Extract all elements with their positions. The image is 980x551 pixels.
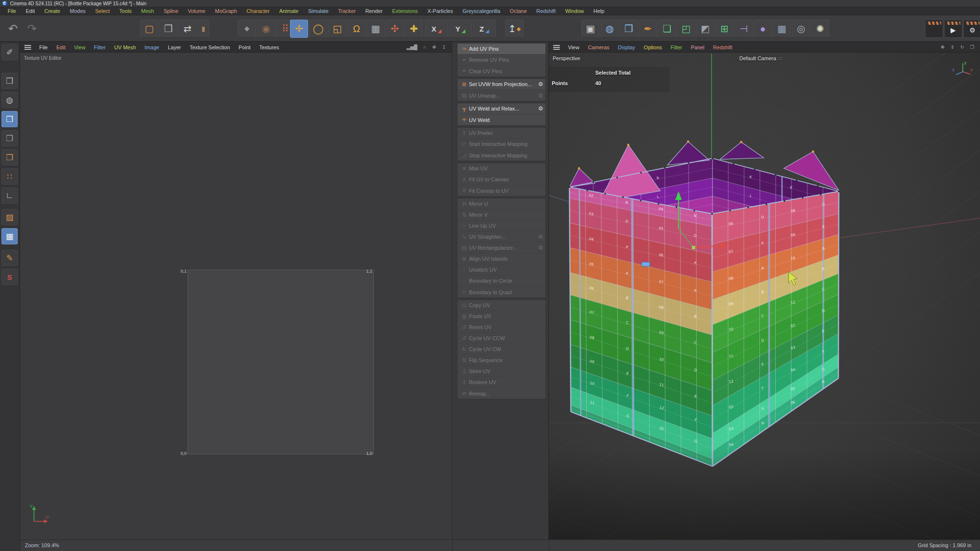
hamburger-icon[interactable] (553, 45, 560, 50)
rectangle-selection-button[interactable]: ▢ (140, 20, 158, 38)
move-tool-button[interactable]: ✛ (290, 20, 308, 38)
menu-filter[interactable]: Filter (666, 44, 686, 50)
make-editable-button[interactable]: ❒ (1, 73, 18, 89)
menu-texture-selection[interactable]: Texture Selection (185, 44, 234, 50)
deformer-icon[interactable]: ◩ (696, 20, 714, 38)
rotate-view-icon[interactable]: ↻ (960, 44, 964, 50)
animation-mode-button[interactable]: ❒ (1, 149, 18, 165)
menu-create[interactable]: Create (40, 7, 65, 15)
texture-mode-button[interactable]: ▨ (1, 209, 18, 225)
menu-point[interactable]: Point (234, 44, 255, 50)
workplane-mode-button[interactable]: ∟ (1, 187, 18, 204)
menu-octane[interactable]: Octane (505, 7, 531, 15)
hamburger-icon[interactable] (24, 45, 31, 50)
menu-mesh[interactable]: Mesh (136, 7, 159, 15)
live-selection-button[interactable]: ❒ (159, 20, 178, 38)
menu-mograph[interactable]: MoGraph (210, 7, 242, 15)
menu-textures[interactable]: Textures (255, 44, 284, 50)
zoom-view-icon[interactable]: ⇕ (950, 44, 954, 50)
axis-lock-y[interactable]: Y◢ (449, 20, 472, 38)
histogram-icon[interactable]: ▂▅█ (407, 44, 417, 50)
menu-image[interactable]: Image (140, 44, 164, 50)
pan-view-icon[interactable]: ✥ (941, 44, 945, 50)
uv-polygon-mode-button[interactable]: ▦ (1, 228, 18, 244)
command-uv-weld[interactable]: ✛UV Weld (457, 114, 546, 125)
menu-tracker[interactable]: Tracker (334, 7, 361, 15)
object-mode-button[interactable]: ❒ (1, 130, 18, 146)
dock-icon[interactable]: ↧ (442, 44, 446, 50)
maximize-view-icon[interactable]: ❐ (970, 44, 974, 50)
menu-help[interactable]: Help (589, 7, 609, 15)
menu-filter[interactable]: Filter (89, 44, 110, 50)
menu-display[interactable]: Display (613, 44, 639, 50)
menu-uv-mesh[interactable]: UV Mesh (110, 44, 140, 50)
uv-canvas[interactable]: 0,1 1,1 0,0 1,0 (188, 270, 374, 454)
primitive-cube-icon[interactable]: ❒ (620, 20, 638, 38)
point-mode-button[interactable]: ∷ (1, 168, 18, 185)
menu-edit[interactable]: Edit (21, 7, 40, 15)
axis-lock-z[interactable]: Z◢ (473, 20, 496, 38)
stage-object-icon[interactable]: ◍ (601, 20, 619, 38)
spline-pen-icon[interactable]: ✒ (639, 20, 657, 38)
menu-modes[interactable]: Modes (65, 7, 90, 15)
edit-render-settings-button[interactable]: ⚙ (963, 20, 980, 38)
redo-button[interactable]: ↷ (23, 20, 41, 38)
menu-render[interactable]: Render (360, 7, 387, 15)
menu-select[interactable]: Select (90, 7, 115, 15)
view-label[interactable]: Perspective (553, 55, 580, 61)
coordinate-system-button[interactable]: ↥◆ (505, 20, 523, 38)
mirror-tool-button[interactable]: ✣ (386, 20, 404, 38)
volume-builder-icon[interactable]: ◰ (677, 20, 695, 38)
menu-x-particles[interactable]: X-Particles (423, 7, 457, 15)
menu-window[interactable]: Window (560, 7, 589, 15)
subdivision-surface-icon[interactable]: ❏ (658, 20, 676, 38)
menu-panel[interactable]: Panel (687, 44, 709, 50)
menu-view[interactable]: View (70, 44, 90, 50)
convert-selection-button[interactable]: ⇄ (178, 20, 197, 38)
menu-volume[interactable]: Volume (183, 7, 211, 15)
magnet-tool-button[interactable]: Ω (347, 20, 366, 38)
menu-edit[interactable]: Edit (52, 44, 70, 50)
cloner-icon[interactable]: ⊞ (715, 20, 734, 38)
pan-icon[interactable]: ✥ (432, 44, 436, 50)
menu-file[interactable]: File (35, 44, 52, 50)
scale-tool-button[interactable]: ◱ (328, 20, 346, 38)
paint-tool-button[interactable]: ✎ (1, 250, 18, 266)
snap-tool-button[interactable]: S (1, 269, 18, 285)
menu-cameras[interactable]: Cameras (584, 44, 614, 50)
command-add-uv-pins[interactable]: ✑Add UV Pins (457, 44, 546, 55)
live-selection-pen-button[interactable]: ✐ (1, 44, 18, 60)
viewport-canvas[interactable]: KKLLMMNNOOKKLLMMNNOO02N04N03O05O04P06P05… (549, 53, 980, 540)
lock-icon[interactable]: ∩ (423, 44, 426, 50)
texture-sphere-button[interactable]: ◍ (1, 92, 18, 108)
gear-icon[interactable]: ⚙ (537, 105, 545, 112)
command-uv-weld-and-relax[interactable]: ┳UV Weld and Relax...⚙ (457, 103, 546, 114)
command-set-uvw-from-projection[interactable]: ⊠Set UVW from Projection...⚙ (457, 79, 546, 90)
menu-simulate[interactable]: Simulate (303, 7, 334, 15)
motion-camera-icon[interactable]: ◎ (792, 20, 810, 38)
menu-redshift[interactable]: Redshift (532, 7, 560, 15)
metaball-icon[interactable]: ● (754, 20, 772, 38)
light-icon[interactable]: ✺ (811, 20, 829, 38)
model-mode-button[interactable]: ❒ (1, 111, 18, 127)
rotate-tool-button[interactable]: ◯ (309, 20, 327, 38)
array-floor-icon[interactable]: ▦ (773, 20, 791, 38)
menu-extensions[interactable]: Extensions (387, 7, 423, 15)
camera-label[interactable]: Default Camera∷ (739, 55, 781, 61)
render-to-picture-viewer-button[interactable]: ▶ (944, 20, 962, 38)
undo-button[interactable]: ↶ (4, 20, 22, 38)
menu-tools[interactable]: Tools (114, 7, 136, 15)
menu-animate[interactable]: Animate (274, 7, 303, 15)
camera-swap-icon[interactable]: ∷ (779, 56, 781, 61)
axis-lock-x[interactable]: X◢ (425, 20, 448, 38)
render-view-button[interactable] (925, 20, 943, 38)
menu-greyscalegorilla[interactable]: Greyscalegorilla (457, 7, 505, 15)
add-object-button[interactable]: ✚ (405, 20, 423, 38)
spline-wrap-icon[interactable]: ⊣ (735, 20, 753, 38)
gear-icon[interactable]: ⚙ (537, 81, 545, 88)
render-view-icon[interactable]: ▣ (581, 20, 600, 38)
menu-spline[interactable]: Spline (159, 7, 183, 15)
menu-view[interactable]: View (564, 44, 584, 50)
menu-character[interactable]: Character (242, 7, 274, 15)
menu-layer[interactable]: Layer (164, 44, 186, 50)
